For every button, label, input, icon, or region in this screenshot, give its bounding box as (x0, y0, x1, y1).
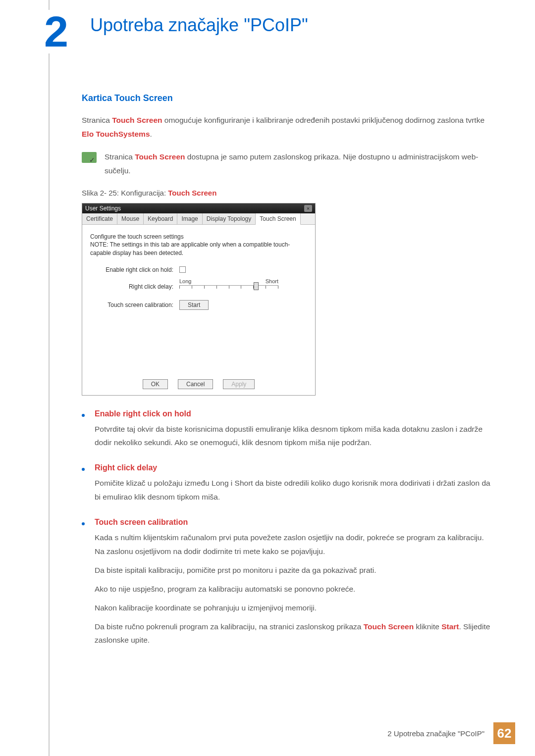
label-calibration: Touch screen calibration: (90, 302, 179, 308)
row-right-click-delay: Right click delay: Long Short (90, 278, 307, 295)
bullet-enable-right-click: Enable right click on hold Potvrdite taj… (82, 409, 495, 455)
text: omogućuje konfiguriranje i kalibriranje … (162, 116, 485, 124)
slider-label-short: Short (266, 278, 278, 284)
chapter-number: 2 (42, 10, 70, 53)
note-icon (82, 152, 97, 163)
bullet-text: Kada s nultim klijentskim računalom prvi… (95, 531, 495, 558)
highlight-touch-screen: Touch Screen (135, 152, 185, 161)
section-heading: Kartica Touch Screen (82, 93, 495, 103)
ok-button[interactable]: OK (143, 379, 168, 389)
page-footer: 2 Upotreba značajke "PCoIP" 62 (387, 722, 515, 744)
note-row: Stranica Touch Screen dostupna je samo p… (82, 150, 495, 178)
bullet-text: Potvrdite taj okvir da biste korisnicima… (95, 422, 495, 450)
main-content: Kartica Touch Screen Stranica Touch Scre… (0, 53, 535, 652)
tab-image[interactable]: Image (177, 213, 202, 224)
text: Stranica (105, 152, 135, 161)
start-button[interactable]: Start (179, 300, 209, 310)
window-footer: OK Cancel Apply (82, 373, 315, 395)
row-calibration: Touch screen calibration: Start (90, 300, 307, 310)
figure-caption: Slika 2- 25: Konfiguracija: Touch Screen (82, 189, 495, 197)
highlight-touch-screen: Touch Screen (112, 116, 162, 124)
highlight-touch-screen: Touch Screen (364, 622, 414, 631)
text: Slika 2- 25: Konfiguracija: (82, 189, 168, 197)
label-enable-right-click: Enable right click on hold: (90, 266, 179, 273)
close-icon[interactable]: × (304, 205, 312, 212)
bullet-icon (82, 468, 85, 471)
highlight-elo: Elo TouchSystems (82, 130, 150, 138)
slider-track[interactable] (179, 285, 278, 294)
footer-text: 2 Upotreba značajke "PCoIP" (387, 729, 484, 738)
text: NOTE: The settings in this tab are appli… (90, 241, 307, 257)
intro-paragraph: Stranica Touch Screen omogućuje konfigur… (82, 113, 495, 141)
bullet-text: Nakon kalibracije koordinate se pohranju… (95, 601, 495, 615)
config-note: Configure the touch screen settings NOTE… (90, 233, 307, 257)
bullet-title: Enable right click on hold (95, 409, 495, 418)
settings-screenshot: User Settings × Certificate Mouse Keyboa… (82, 203, 316, 396)
apply-button[interactable]: Apply (223, 379, 255, 389)
tab-display-topology[interactable]: Display Topology (203, 213, 256, 224)
tab-bar: Certificate Mouse Keyboard Image Display… (82, 213, 315, 225)
checkbox-enable-right-click[interactable] (179, 266, 186, 273)
bullet-text: Ako to nije uspješno, program za kalibra… (95, 582, 495, 596)
bullet-icon (82, 414, 85, 417)
tab-mouse[interactable]: Mouse (117, 213, 144, 224)
tab-keyboard[interactable]: Keyboard (144, 213, 177, 224)
page-side-rule (49, 0, 50, 756)
bullet-right-click-delay: Right click delay Pomičite klizač u polo… (82, 463, 495, 509)
window-title: User Settings (85, 205, 121, 212)
slider-thumb[interactable] (254, 282, 259, 290)
text: Configure the touch screen settings (90, 233, 307, 241)
chapter-header: 2 Upotreba značajke "PCoIP" (0, 0, 535, 53)
bullet-title: Touch screen calibration (95, 518, 495, 527)
slider-label-long: Long (179, 278, 191, 284)
highlight-start: Start (441, 622, 459, 631)
bullet-icon (82, 522, 85, 525)
window-body: Configure the touch screen settings NOTE… (82, 225, 315, 373)
bullet-text: Da biste ispitali kalibraciju, pomičite … (95, 563, 495, 577)
note-text: Stranica Touch Screen dostupna je samo p… (105, 150, 495, 178)
label-right-click-delay: Right click delay: (90, 283, 179, 290)
text: kliknite (414, 622, 441, 631)
bullet-calibration: Touch screen calibration Kada s nultim k… (82, 518, 495, 652)
text: . (150, 130, 152, 138)
tab-touch-screen[interactable]: Touch Screen (256, 213, 300, 225)
highlight-touch-screen: Touch Screen (168, 189, 216, 197)
bullet-text: Da biste ručno pokrenuli program za kali… (95, 620, 495, 648)
page-number: 62 (493, 722, 515, 744)
cancel-button[interactable]: Cancel (178, 379, 213, 389)
text: Stranica (82, 116, 112, 124)
text: Da biste ručno pokrenuli program za kali… (95, 622, 364, 631)
window-titlebar: User Settings × (82, 203, 315, 213)
row-enable-right-click: Enable right click on hold: (90, 266, 307, 273)
tab-certificate[interactable]: Certificate (82, 213, 117, 224)
bullet-title: Right click delay (95, 463, 495, 472)
slider-labels: Long Short (179, 278, 278, 284)
chapter-title: Upotreba značajke "PCoIP" (90, 15, 308, 36)
slider-right-click-delay[interactable]: Long Short (179, 278, 278, 295)
bullet-text: Pomičite klizač u položaju između Long i… (95, 476, 495, 504)
